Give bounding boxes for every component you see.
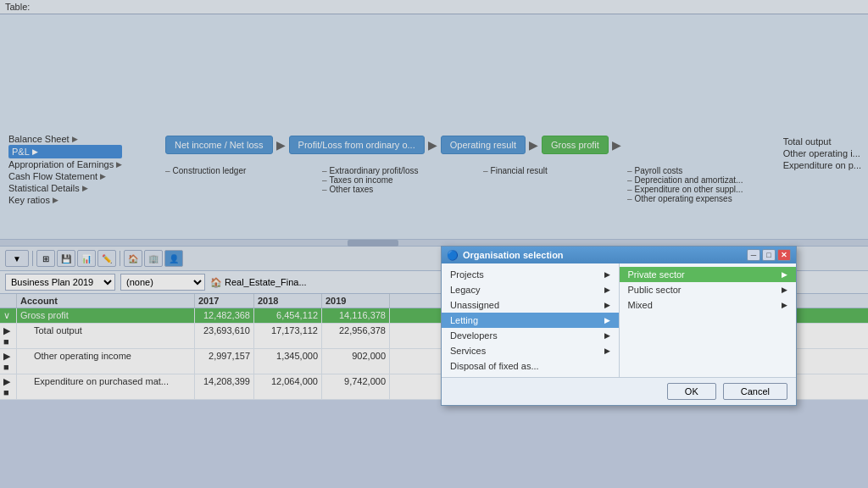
chevron-right-icon: ▶ bbox=[782, 301, 787, 309]
maximize-btn[interactable]: □ bbox=[762, 249, 776, 261]
modal-body: Projects ▶ Legacy ▶ Unassigned ▶ Letting… bbox=[442, 263, 796, 377]
modal-title-icon: 🔵 bbox=[447, 250, 459, 261]
chevron-right-icon: ▶ bbox=[604, 347, 610, 355]
close-btn[interactable]: ✕ bbox=[777, 249, 791, 261]
modal-item-legacy[interactable]: Legacy ▶ bbox=[442, 282, 619, 297]
modal-left-panel: Projects ▶ Legacy ▶ Unassigned ▶ Letting… bbox=[442, 263, 620, 377]
chevron-right-icon: ▶ bbox=[782, 270, 787, 279]
modal-overlay: 🔵 Organisation selection ─ □ ✕ Projects … bbox=[0, 0, 868, 488]
modal-title-text: Organisation selection bbox=[463, 250, 564, 260]
modal-item-letting[interactable]: Letting ▶ bbox=[442, 313, 619, 328]
chevron-right-icon: ▶ bbox=[604, 331, 610, 340]
chevron-right-icon: ▶ bbox=[782, 286, 787, 294]
modal-footer: OK Cancel bbox=[442, 377, 796, 405]
modal-item-private[interactable]: Private sector ▶ bbox=[620, 267, 797, 282]
modal-item-projects[interactable]: Projects ▶ bbox=[442, 267, 619, 282]
modal-controls: ─ □ ✕ bbox=[747, 249, 791, 261]
modal-title-bar: 🔵 Organisation selection ─ □ ✕ bbox=[442, 247, 796, 263]
ok-button[interactable]: OK bbox=[667, 383, 716, 400]
modal-item-mixed[interactable]: Mixed ▶ bbox=[620, 297, 797, 313]
modal-title-content: 🔵 Organisation selection bbox=[447, 250, 564, 261]
modal-item-unassigned[interactable]: Unassigned ▶ bbox=[442, 297, 619, 313]
chevron-right-icon: ▶ bbox=[604, 270, 610, 279]
cancel-button[interactable]: Cancel bbox=[723, 383, 787, 400]
modal-right-panel: Private sector ▶ Public sector ▶ Mixed ▶ bbox=[620, 263, 797, 377]
modal-item-services[interactable]: Services ▶ bbox=[442, 343, 619, 358]
chevron-right-icon: ▶ bbox=[604, 286, 610, 294]
chevron-right-icon: ▶ bbox=[604, 301, 610, 309]
modal-item-disposal[interactable]: Disposal of fixed as... bbox=[442, 358, 619, 374]
organisation-selection-dialog: 🔵 Organisation selection ─ □ ✕ Projects … bbox=[441, 246, 797, 406]
minimize-btn[interactable]: ─ bbox=[747, 249, 760, 261]
chevron-right-icon: ▶ bbox=[604, 316, 610, 324]
main-container: Table: Balance Sheet ▶ P&L ▶ Appropriati… bbox=[0, 0, 868, 488]
modal-item-developers[interactable]: Developers ▶ bbox=[442, 328, 619, 343]
modal-item-public[interactable]: Public sector ▶ bbox=[620, 282, 797, 297]
